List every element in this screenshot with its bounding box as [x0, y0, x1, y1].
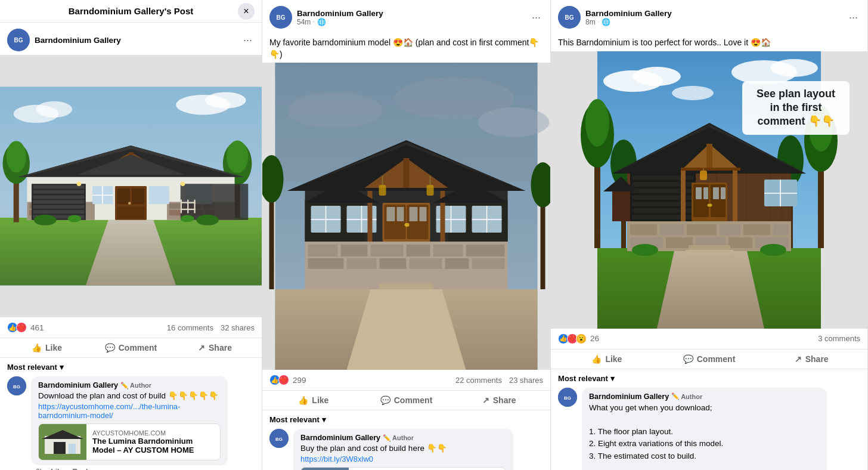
svg-point-56	[181, 181, 185, 186]
like-button-2[interactable]: 👍 Like	[267, 392, 360, 409]
svg-rect-39	[33, 200, 84, 203]
comment-bubble-3: Barndominium Gallery ✏️ Author What you …	[582, 388, 827, 470]
svg-point-149	[770, 59, 818, 77]
share-button-3[interactable]: ↗ Share	[760, 351, 863, 367]
haha-reaction-3: 😮	[576, 333, 587, 344]
svg-rect-71	[54, 442, 66, 454]
author-badge-3: ✏️ Author	[671, 392, 702, 400]
svg-rect-38	[33, 195, 84, 199]
post-meta-2: 54m · 🌐	[297, 18, 525, 26]
svg-rect-173	[728, 237, 752, 248]
shares-count-2[interactable]: 23 shares	[509, 376, 543, 385]
comment-button-1[interactable]: 💬 Comment	[89, 339, 173, 356]
comments-section-1: Most relevant ▾ BG Barndominium Gallery …	[0, 358, 262, 470]
most-relevant-1[interactable]: Most relevant ▾	[7, 363, 255, 372]
comments-count-3[interactable]: 3 comments	[818, 334, 860, 343]
panel-1: Barndominium Gallery's Post × BG Barndom…	[0, 0, 262, 470]
most-relevant-2[interactable]: Most relevant ▾	[269, 415, 543, 424]
image-overlay-text-3: See plan layout in the first comment 👇👇	[742, 81, 850, 135]
post-meta-3: 8m · 🌐	[585, 18, 842, 26]
share-button-2[interactable]: ↗ Share	[452, 392, 545, 409]
pen-icon-3: ✏️	[671, 392, 680, 400]
author-name-3[interactable]: Barndominium Gallery	[585, 9, 842, 18]
comment-text-2: Buy the plan and cost of build here 👇👇	[300, 443, 506, 454]
more-options-button-1[interactable]: ···	[241, 32, 255, 49]
reactions-right-2: 22 comments 23 shares	[455, 376, 543, 385]
globe-icon-2: 🌐	[317, 18, 326, 26]
svg-point-47	[128, 202, 131, 205]
reaction-count-3: 26	[590, 334, 599, 343]
most-relevant-3[interactable]: Most relevant ▾	[558, 374, 860, 383]
reactions-row-2: 👍 ❤️ 299 22 comments 23 shares	[262, 370, 550, 391]
link-preview-thumb-2	[301, 468, 349, 470]
svg-rect-36	[33, 185, 84, 188]
love-reaction: ❤️	[16, 322, 27, 333]
panel-3: BG Barndominium Gallery 8m · 🌐 ··· This …	[551, 0, 868, 470]
svg-rect-211	[612, 188, 630, 221]
share-icon-2: ↗	[482, 395, 489, 405]
author-name-2[interactable]: Barndominium Gallery	[297, 9, 525, 18]
reactions-row-3: 👍 ❤️ 😮 26 3 comments	[551, 329, 867, 350]
comment-button-3[interactable]: 💬 Comment	[658, 351, 761, 367]
svg-rect-37	[33, 190, 84, 194]
share-button-1[interactable]: ↗ Share	[173, 339, 257, 356]
dropdown-icon-2: ▾	[322, 415, 326, 424]
comment-time-1: 2h	[36, 468, 44, 470]
comment-link-1[interactable]: https://aycustomhome.com/.../the-lumina-…	[38, 402, 180, 420]
like-icon-3: 👍	[591, 354, 602, 364]
svg-marker-152	[657, 248, 764, 329]
svg-rect-62	[187, 200, 188, 214]
reaction-emojis-1: 👍 ❤️	[7, 322, 27, 333]
comment-icon-1: 💬	[105, 343, 115, 352]
comment-icon-3: 💬	[683, 354, 693, 364]
svg-rect-45	[132, 188, 144, 204]
action-buttons-3: 👍 Like 💬 Comment ↗ Share	[551, 350, 867, 369]
svg-rect-195	[706, 144, 712, 171]
link-preview-2[interactable]: AYCUSTOMHOME.COM The Meadowvale Barndomi…	[300, 467, 506, 470]
svg-point-147	[633, 67, 681, 86]
comment-author-2: Barndominium Gallery ✏️ Author	[300, 434, 506, 442]
comments-count-2[interactable]: 22 comments	[455, 376, 502, 385]
svg-rect-196	[681, 168, 740, 171]
comment-content-1: Barndominium Gallery ✏️ Author Download …	[31, 376, 255, 470]
comment-button-2[interactable]: 💬 Comment	[360, 392, 453, 409]
svg-text:BG: BG	[564, 395, 571, 401]
svg-rect-85	[371, 245, 404, 256]
svg-point-6	[205, 92, 246, 109]
svg-point-217	[632, 244, 658, 256]
comment-link-2[interactable]: https://bit.ly/3W8xlw0	[300, 454, 373, 463]
post-image-3: See plan layout in the first comment 👇👇	[551, 51, 867, 329]
like-button-1[interactable]: 👍 Like	[5, 339, 89, 356]
love-reaction-2: ❤️	[278, 375, 289, 385]
like-button-3[interactable]: 👍 Like	[556, 351, 658, 367]
reactions-right-3: 3 comments	[818, 334, 860, 343]
dropdown-icon-1: ▾	[60, 363, 64, 372]
svg-point-57	[34, 215, 57, 225]
svg-point-150	[672, 86, 714, 100]
more-options-button-2[interactable]: ···	[529, 9, 543, 26]
svg-point-11	[7, 141, 26, 172]
svg-rect-49	[149, 186, 169, 204]
author-info-1: Barndominium Gallery	[35, 36, 236, 45]
svg-point-218	[760, 244, 786, 256]
comments-count-1[interactable]: 16 comments	[167, 323, 213, 332]
svg-rect-165	[660, 224, 684, 235]
comment-like-button-1[interactable]: Like	[51, 468, 65, 470]
comments-section-2: Most relevant ▾ BG Barndominium Gallery …	[262, 410, 550, 470]
svg-rect-168	[743, 224, 770, 235]
comment-bubble-2: Barndominium Gallery ✏️ Author Buy the p…	[293, 429, 513, 470]
svg-rect-215	[686, 250, 733, 253]
reaction-count-1: 461	[30, 323, 44, 332]
more-options-button-3[interactable]: ···	[847, 9, 860, 26]
close-button[interactable]: ×	[238, 3, 255, 20]
pen-icon-1: ✏️	[120, 382, 129, 389]
svg-rect-205	[721, 187, 726, 199]
comments-section-3: Most relevant ▾ BG Barndominium Gallery …	[551, 369, 867, 470]
comment-reply-button-1[interactable]: Reply	[72, 468, 92, 470]
svg-rect-93	[445, 258, 469, 269]
author-name-1[interactable]: Barndominium Gallery	[35, 36, 236, 45]
comment-text-3: What you get when you download; 1. The f…	[589, 402, 820, 470]
shares-count-1[interactable]: 32 shares	[221, 323, 255, 332]
svg-point-207	[709, 203, 712, 206]
link-preview-1[interactable]: AYCUSTOMHOME.COM The Lumina Barndominium…	[38, 423, 221, 460]
